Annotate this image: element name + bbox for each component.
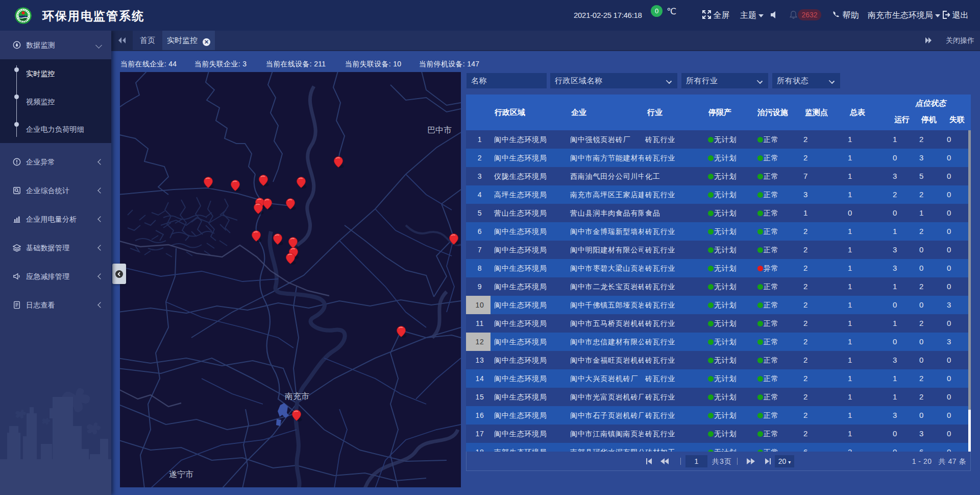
svg-text:遂宁市: 遂宁市 <box>169 470 193 479</box>
svg-text:巴中市: 巴中市 <box>427 126 452 134</box>
svg-text:南充市: 南充市 <box>285 392 309 400</box>
